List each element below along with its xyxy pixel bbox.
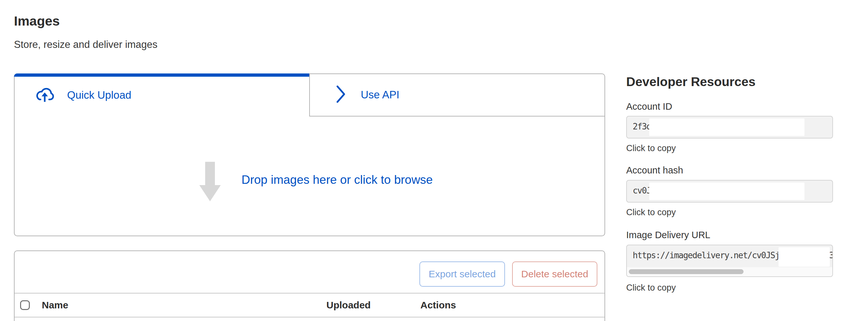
tab-bottom-border <box>310 116 604 116</box>
export-selected-button[interactable]: Export selected <box>420 261 505 287</box>
account-id-copy-hint: Click to copy <box>626 143 676 153</box>
account-hash-value: cv0J <box>633 181 651 201</box>
tab-quick-upload-label: Quick Upload <box>67 89 131 101</box>
column-header-uploaded: Uploaded <box>327 300 371 311</box>
account-id-copy-field[interactable]: 2f3d <box>626 116 833 139</box>
horizontal-scrollbar-thumb[interactable] <box>629 269 744 274</box>
tab-divider <box>309 73 310 116</box>
column-header-actions: Actions <box>421 300 456 311</box>
image-delivery-url-label: Image Delivery URL <box>626 230 710 241</box>
tab-use-api-label: Use API <box>361 89 399 101</box>
tab-quick-upload[interactable]: Quick Upload <box>34 86 131 105</box>
upload-panel: Quick Upload Use API Drop images here or… <box>14 73 605 236</box>
select-all-checkbox[interactable] <box>20 300 30 310</box>
page-title: Images <box>14 13 60 29</box>
redaction-overlay <box>649 118 804 136</box>
column-header-name: Name <box>42 300 68 311</box>
image-delivery-url-copy-field[interactable]: https://imagedelivery.net/cv0JSj 3 <box>626 245 833 277</box>
delete-selected-button[interactable]: Delete selected <box>512 261 597 287</box>
image-delivery-url-value: https://imagedelivery.net/cv0JSj <box>633 245 779 265</box>
account-id-value: 2f3d <box>633 116 651 137</box>
account-hash-copy-hint: Click to copy <box>626 207 676 217</box>
images-table-panel: Export selected Delete selected Name Upl… <box>14 250 605 321</box>
developer-resources-heading: Developer Resources <box>626 75 755 89</box>
image-delivery-url-copy-hint: Click to copy <box>626 283 676 293</box>
drop-arrow-icon <box>199 162 221 201</box>
account-hash-copy-field[interactable]: cv0J <box>626 180 833 203</box>
horizontal-scrollbar-track <box>627 267 832 276</box>
active-tab-indicator <box>14 73 310 77</box>
account-hash-label: Account hash <box>626 165 683 176</box>
redaction-overlay <box>779 247 830 266</box>
account-id-label: Account ID <box>626 101 672 112</box>
table-header-row: Name Uploaded Actions <box>14 293 604 317</box>
redaction-overlay <box>649 182 804 200</box>
cloud-upload-icon <box>34 86 55 104</box>
page-subtitle: Store, resize and deliver images <box>14 39 157 50</box>
dropzone-browse-link[interactable]: Drop images here or click to browse <box>242 173 433 187</box>
tab-use-api[interactable]: Use API <box>336 85 399 105</box>
chevron-right-icon <box>336 85 346 105</box>
developer-resources-sidebar: Developer Resources Account ID 2f3d Clic… <box>626 0 833 321</box>
